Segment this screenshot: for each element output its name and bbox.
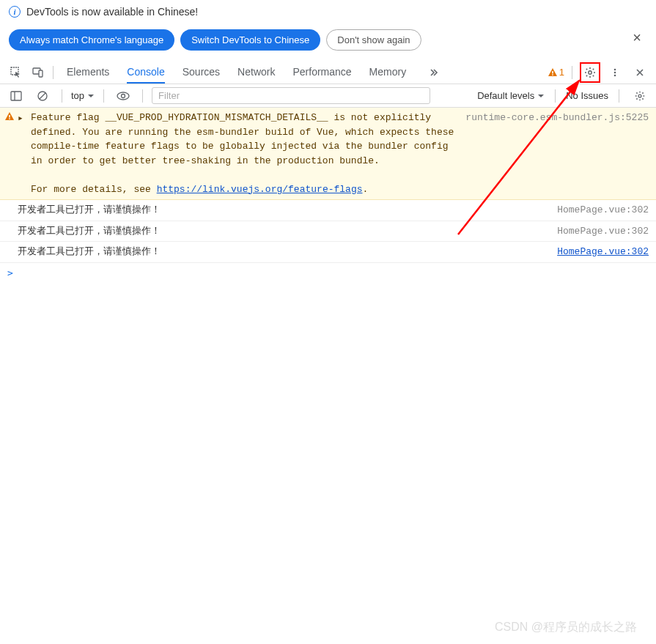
- log-levels-selector[interactable]: Default levels: [477, 90, 545, 101]
- svg-point-5: [589, 70, 591, 73]
- svg-rect-4: [552, 74, 553, 75]
- expand-icon[interactable]: ▸: [18, 111, 31, 196]
- warning-source[interactable]: runtime-core.esm-bundler.js:5225: [458, 111, 649, 196]
- warnings-badge[interactable]: 1: [548, 67, 564, 78]
- svg-rect-16: [9, 115, 10, 118]
- close-icon[interactable]: ×: [627, 26, 647, 49]
- levels-label: Default levels: [477, 90, 534, 101]
- infobar-buttons: Always match Chrome's language Switch De…: [0, 23, 656, 61]
- log-source[interactable]: HomePage.vue:302: [550, 203, 649, 218]
- svg-point-13: [117, 92, 129, 100]
- console-prompt[interactable]: >: [0, 263, 656, 283]
- separator: [555, 89, 556, 103]
- separator: [619, 89, 619, 103]
- log-source-link[interactable]: HomePage.vue:302: [550, 245, 649, 259]
- separator: [53, 66, 54, 79]
- context-selector[interactable]: top: [71, 90, 95, 101]
- live-expression-icon[interactable]: [113, 86, 133, 106]
- warning-icon: [4, 111, 18, 196]
- console-settings-icon[interactable]: [630, 86, 650, 106]
- log-text: 开发者工具已打开，请谨慎操作！: [18, 203, 550, 218]
- main-tabs-row: Elements Console Sources Network Perform…: [0, 61, 656, 84]
- device-toggle-icon[interactable]: [28, 62, 48, 83]
- svg-point-14: [122, 94, 125, 97]
- warnings-count: 1: [559, 67, 564, 78]
- infobar-text: DevTools is now available in Chinese!: [26, 6, 198, 18]
- feature-flags-link[interactable]: https://link.vuejs.org/feature-flags: [157, 184, 363, 195]
- switch-chinese-button[interactable]: Switch DevTools to Chinese: [180, 29, 320, 51]
- separator: [572, 66, 572, 79]
- separator: [103, 89, 104, 103]
- tab-elements[interactable]: Elements: [67, 62, 109, 84]
- tab-console[interactable]: Console: [127, 62, 164, 84]
- tab-sources[interactable]: Sources: [183, 62, 220, 84]
- close-devtools-icon[interactable]: [630, 62, 650, 83]
- warning-text: Feature flag __VUE_PROD_HYDRATION_MISMAT…: [31, 111, 458, 196]
- separator: [142, 89, 143, 103]
- console-log: 开发者工具已打开，请谨慎操作！ HomePage.vue:302: [0, 221, 656, 243]
- svg-rect-3: [552, 71, 553, 74]
- inspect-icon[interactable]: [6, 62, 26, 83]
- tabs: Elements Console Sources Network Perform…: [67, 62, 444, 84]
- tabs-right: 1: [548, 62, 650, 83]
- tab-memory[interactable]: Memory: [369, 62, 407, 84]
- svg-line-12: [40, 93, 45, 99]
- svg-point-15: [638, 95, 641, 97]
- sidebar-toggle-icon[interactable]: [6, 86, 26, 106]
- info-icon: i: [9, 6, 21, 18]
- dont-show-button[interactable]: Don't show again: [326, 29, 421, 51]
- log-text: 开发者工具已打开，请谨慎操作！: [18, 224, 550, 239]
- more-tabs-icon[interactable]: [424, 62, 444, 82]
- context-label: top: [71, 90, 84, 101]
- watermark: CSDN @程序员的成长之路: [495, 620, 637, 635]
- tab-network[interactable]: Network: [237, 62, 275, 84]
- svg-rect-2: [39, 70, 43, 77]
- svg-rect-9: [11, 92, 21, 100]
- svg-point-8: [614, 74, 616, 76]
- log-text: 开发者工具已打开，请谨慎操作！: [18, 245, 550, 259]
- tab-performance[interactable]: Performance: [292, 62, 351, 84]
- console-toolbar: top Default levels No Issues: [0, 84, 656, 108]
- always-match-button[interactable]: Always match Chrome's language: [9, 29, 174, 51]
- issues-label[interactable]: No Issues: [566, 90, 608, 101]
- svg-point-6: [614, 68, 616, 70]
- settings-icon[interactable]: [580, 62, 600, 83]
- separator: [62, 89, 62, 103]
- filter-input[interactable]: [152, 87, 430, 104]
- console-log: 开发者工具已打开，请谨慎操作！ HomePage.vue:302: [0, 242, 656, 263]
- language-infobar: i DevTools is now available in Chinese!: [0, 0, 656, 23]
- clear-console-icon[interactable]: [32, 86, 53, 106]
- console-log: 开发者工具已打开，请谨慎操作！ HomePage.vue:302: [0, 200, 656, 221]
- toolbar-right: Default levels No Issues: [477, 86, 650, 106]
- kebab-menu-icon[interactable]: [605, 62, 625, 83]
- svg-rect-17: [9, 119, 10, 120]
- svg-point-7: [614, 71, 616, 73]
- console-output: ▸ Feature flag __VUE_PROD_HYDRATION_MISM…: [0, 108, 656, 283]
- console-warning: ▸ Feature flag __VUE_PROD_HYDRATION_MISM…: [0, 108, 656, 200]
- log-source[interactable]: HomePage.vue:302: [550, 224, 649, 239]
